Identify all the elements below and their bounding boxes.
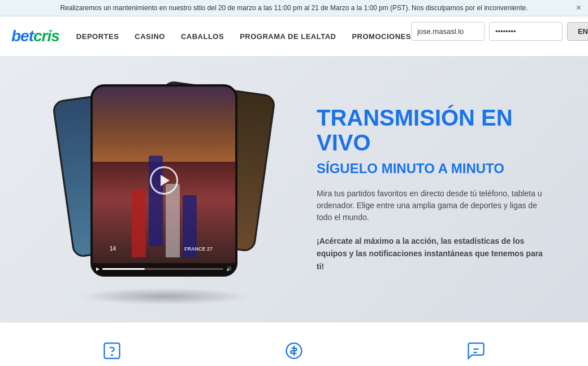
logo-bet: bet — [11, 27, 33, 45]
phones-container: LIVE LIVE — [45, 81, 283, 296]
play-button[interactable] — [150, 166, 178, 195]
progress-fill — [102, 268, 145, 270]
entrar-button[interactable]: ENTRAR — [567, 22, 588, 41]
password-input[interactable] — [489, 22, 563, 41]
phone-shadow — [79, 288, 249, 305]
nav-item-promociones[interactable]: PROMOCIONES — [352, 32, 410, 41]
question-icon — [101, 339, 123, 362]
svg-rect-0 — [104, 343, 119, 359]
progress-bar — [102, 268, 223, 270]
hero-text: TRANSMISIÓN EN VIVO SÍGUELO MINUTO A MIN… — [317, 105, 543, 273]
logo-cris: cris — [33, 27, 59, 45]
phone-front: 14 FRANCE 27 ▶ 🔊 — [90, 84, 237, 277]
nav-item-caballos[interactable]: CABALLOS — [181, 32, 224, 41]
phone-screen-main: 14 FRANCE 27 ▶ 🔊 — [93, 87, 235, 274]
maintenance-message: Realizaremos un mantenimiento en nuestro… — [60, 4, 528, 12]
nav-item-deportes[interactable]: DEPORTES — [76, 32, 119, 41]
chat-icon — [465, 339, 487, 362]
player-3 — [166, 184, 180, 257]
hero-subtitle: SÍGUELO MINUTO A MINUTO — [317, 161, 543, 176]
video-controls: ▶ 🔊 — [93, 263, 235, 274]
hero-section: LIVE LIVE — [0, 56, 588, 322]
play-icon-small[interactable]: ▶ — [96, 266, 100, 272]
main-nav: DEPORTES CASINO CABALLOS PROGRAMA DE LEA… — [76, 32, 411, 41]
footer-item-why[interactable]: ¿POR QUÉ BETCRIS? — [74, 339, 150, 366]
dollar-icon — [283, 339, 305, 362]
header-auth: ENTRAR REGÍSTRATE ¿No puedes acceder a t… — [411, 22, 588, 50]
username-input[interactable] — [411, 22, 485, 41]
footer-section: ¿POR QUÉ BETCRIS? RETIROS Y DEPÓSITOS ¿N… — [0, 322, 588, 366]
logo[interactable]: betcris — [11, 27, 59, 45]
close-button[interactable]: × — [576, 3, 581, 13]
footer-item-help[interactable]: ¿NECESITAS AYUDA? — [438, 339, 514, 366]
auth-inputs: ENTRAR REGÍSTRATE — [411, 22, 588, 41]
hero-desc1: Mira tus partidos favoritos en directo d… — [317, 188, 543, 223]
maintenance-banner: Realizaremos un mantenimiento en nuestro… — [0, 0, 588, 16]
volume-icon[interactable]: 🔊 — [226, 266, 232, 272]
nav-item-casino[interactable]: CASINO — [135, 32, 165, 41]
player-1 — [132, 190, 146, 257]
header: betcris DEPORTES CASINO CABALLOS PROGRAM… — [0, 16, 588, 56]
footer-item-deposits[interactable]: RETIROS Y DEPÓSITOS — [252, 339, 335, 366]
play-triangle-icon — [161, 175, 170, 186]
hero-desc2: ¡Acércate al máximo a la acción, las est… — [317, 235, 543, 273]
nav-item-lealtad[interactable]: PROGRAMA DE LEALTAD — [240, 32, 336, 41]
hero-title: TRANSMISIÓN EN VIVO — [317, 105, 543, 155]
